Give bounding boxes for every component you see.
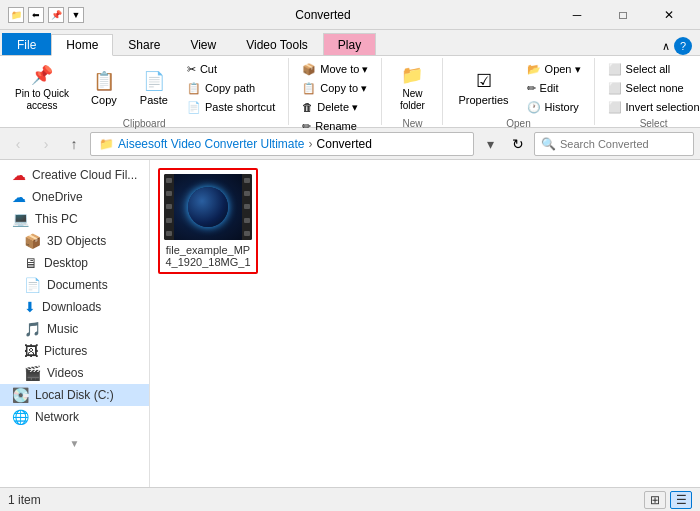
open-button[interactable]: 📂 Open ▾ bbox=[520, 60, 588, 78]
paste-label: Paste bbox=[140, 94, 168, 106]
sidebar-item-documents[interactable]: 📄 Documents bbox=[0, 274, 149, 296]
open-icon: 📂 bbox=[527, 63, 541, 76]
sidebar-item-downloads[interactable]: ⬇ Downloads bbox=[0, 296, 149, 318]
copy-button[interactable]: 📋 Copy bbox=[80, 60, 128, 116]
search-box[interactable]: 🔍 bbox=[534, 132, 694, 156]
paste-icon: 📄 bbox=[143, 70, 165, 92]
forward-button[interactable]: › bbox=[34, 132, 58, 156]
pin-icon: 📌 bbox=[48, 7, 64, 23]
tab-view[interactable]: View bbox=[175, 33, 231, 55]
edit-button[interactable]: ✏ Edit bbox=[520, 79, 588, 97]
edit-icon: ✏ bbox=[527, 82, 536, 95]
back-icon: ⬅ bbox=[28, 7, 44, 23]
minimize-button[interactable]: ─ bbox=[554, 0, 600, 30]
help-icon[interactable]: ? bbox=[674, 37, 692, 55]
close-button[interactable]: ✕ bbox=[646, 0, 692, 30]
music-icon: 🎵 bbox=[24, 321, 41, 337]
organize-buttons: 📦 Move to ▾ 📋 Copy to ▾ 🗑 Delete ▾ ✏ Ren… bbox=[295, 60, 375, 135]
new-folder-button[interactable]: 📁 Newfolder bbox=[388, 60, 436, 116]
sidebar-item-this-pc[interactable]: 💻 This PC bbox=[0, 208, 149, 230]
sidebar-item-music[interactable]: 🎵 Music bbox=[0, 318, 149, 340]
up-button[interactable]: ↑ bbox=[62, 132, 86, 156]
select-label: Select bbox=[601, 116, 700, 129]
tab-play[interactable]: Play bbox=[323, 33, 376, 55]
sidebar-item-label: OneDrive bbox=[32, 190, 83, 204]
history-button[interactable]: 🕐 History bbox=[520, 98, 588, 116]
copy-to-icon: 📋 bbox=[302, 82, 316, 95]
sidebar-item-creative-cloud[interactable]: ☁ Creative Cloud Fil... bbox=[0, 164, 149, 186]
large-icons-view-button[interactable]: ⊞ bbox=[644, 491, 666, 509]
open-buttons: ☑ Properties 📂 Open ▾ ✏ Edit 🕐 History bbox=[449, 60, 587, 116]
history-label: History bbox=[545, 101, 579, 113]
sidebar-item-3d-objects[interactable]: 📦 3D Objects bbox=[0, 230, 149, 252]
refresh-button[interactable]: ↻ bbox=[506, 132, 530, 156]
select-all-button[interactable]: ⬜ Select all bbox=[601, 60, 700, 78]
folder-path-icon: 📁 bbox=[99, 137, 114, 151]
address-path[interactable]: 📁 Aiseesoft Video Converter Ultimate › C… bbox=[90, 132, 474, 156]
view-controls: ⊞ ☰ bbox=[644, 491, 692, 509]
tab-file[interactable]: File bbox=[2, 33, 51, 55]
sidebar-item-local-disk[interactable]: 💽 Local Disk (C:) bbox=[0, 384, 149, 406]
videos-icon: 🎬 bbox=[24, 365, 41, 381]
list-item[interactable]: file_example_MP4_1920_18MG_1 bbox=[158, 168, 258, 274]
edit-label: Edit bbox=[540, 82, 559, 94]
copy-to-button[interactable]: 📋 Copy to ▾ bbox=[295, 79, 375, 97]
cut-button[interactable]: ✂ Cut bbox=[180, 60, 282, 78]
network-icon: 🌐 bbox=[12, 409, 29, 425]
ribbon-collapse-icon[interactable]: ∧ bbox=[662, 40, 670, 53]
delete-button[interactable]: 🗑 Delete ▾ bbox=[295, 98, 375, 116]
window-title: Converted bbox=[92, 8, 554, 22]
tab-share[interactable]: Share bbox=[113, 33, 175, 55]
invert-label: Invert selection bbox=[626, 101, 700, 113]
sidebar: ☁ Creative Cloud Fil... ☁ OneDrive 💻 Thi… bbox=[0, 160, 150, 487]
organize-small-buttons: 📦 Move to ▾ 📋 Copy to ▾ 🗑 Delete ▾ ✏ Ren… bbox=[295, 60, 375, 135]
sidebar-item-label: Pictures bbox=[44, 344, 87, 358]
properties-icon: ☑ bbox=[476, 70, 492, 92]
pin-to-quick-access-button[interactable]: 📌 Pin to Quickaccess bbox=[6, 60, 78, 116]
paste-button[interactable]: 📄 Paste bbox=[130, 60, 178, 116]
sidebar-item-pictures[interactable]: 🖼 Pictures bbox=[0, 340, 149, 362]
back-button[interactable]: ‹ bbox=[6, 132, 30, 156]
pin-label: Pin to Quickaccess bbox=[15, 88, 69, 112]
clipboard-label: Clipboard bbox=[6, 116, 282, 129]
copy-path-icon: 📋 bbox=[187, 82, 201, 95]
sidebar-item-videos[interactable]: 🎬 Videos bbox=[0, 362, 149, 384]
delete-label: Delete ▾ bbox=[317, 101, 358, 114]
sidebar-item-desktop[interactable]: 🖥 Desktop bbox=[0, 252, 149, 274]
window-controls: ─ □ ✕ bbox=[554, 0, 692, 30]
3d-objects-icon: 📦 bbox=[24, 233, 41, 249]
select-all-label: Select all bbox=[626, 63, 671, 75]
search-input[interactable] bbox=[560, 138, 680, 150]
ribbon-group-open: ☑ Properties 📂 Open ▾ ✏ Edit 🕐 History O… bbox=[443, 58, 594, 125]
tab-home[interactable]: Home bbox=[51, 34, 113, 56]
select-buttons: ⬜ Select all ⬜ Select none ⬜ Invert sele… bbox=[601, 60, 700, 116]
move-icon: 📦 bbox=[302, 63, 316, 76]
creative-cloud-icon: ☁ bbox=[12, 167, 26, 183]
details-view-button[interactable]: ☰ bbox=[670, 491, 692, 509]
invert-selection-button[interactable]: ⬜ Invert selection bbox=[601, 98, 700, 116]
select-none-button[interactable]: ⬜ Select none bbox=[601, 79, 700, 97]
dropdown-path-button[interactable]: ▾ bbox=[478, 132, 502, 156]
move-to-button[interactable]: 📦 Move to ▾ bbox=[295, 60, 375, 78]
select-none-label: Select none bbox=[626, 82, 684, 94]
tab-video-tools[interactable]: Video Tools bbox=[231, 33, 323, 55]
sidebar-item-onedrive[interactable]: ☁ OneDrive bbox=[0, 186, 149, 208]
sidebar-item-label: Local Disk (C:) bbox=[35, 388, 114, 402]
copy-path-button[interactable]: 📋 Copy path bbox=[180, 79, 282, 97]
maximize-button[interactable]: □ bbox=[600, 0, 646, 30]
paste-shortcut-label: Paste shortcut bbox=[205, 101, 275, 113]
sidebar-item-label: Downloads bbox=[42, 300, 101, 314]
move-to-label: Move to ▾ bbox=[320, 63, 368, 76]
scroll-indicator: ▼ bbox=[70, 438, 80, 449]
ribbon-group-organize: 📦 Move to ▾ 📋 Copy to ▾ 🗑 Delete ▾ ✏ Ren… bbox=[289, 58, 382, 125]
rename-label: Rename bbox=[315, 120, 357, 132]
file-name: file_example_MP4_1920_18MG_1 bbox=[164, 244, 252, 268]
copy-icon: 📋 bbox=[93, 70, 115, 92]
main-area: ☁ Creative Cloud Fil... ☁ OneDrive 💻 Thi… bbox=[0, 160, 700, 487]
pin-icon: 📌 bbox=[31, 64, 53, 86]
item-count: 1 item bbox=[8, 493, 41, 507]
paste-shortcut-button[interactable]: 📄 Paste shortcut bbox=[180, 98, 282, 116]
delete-icon: 🗑 bbox=[302, 101, 313, 113]
properties-button[interactable]: ☑ Properties bbox=[449, 60, 517, 116]
sidebar-item-network[interactable]: 🌐 Network bbox=[0, 406, 149, 428]
